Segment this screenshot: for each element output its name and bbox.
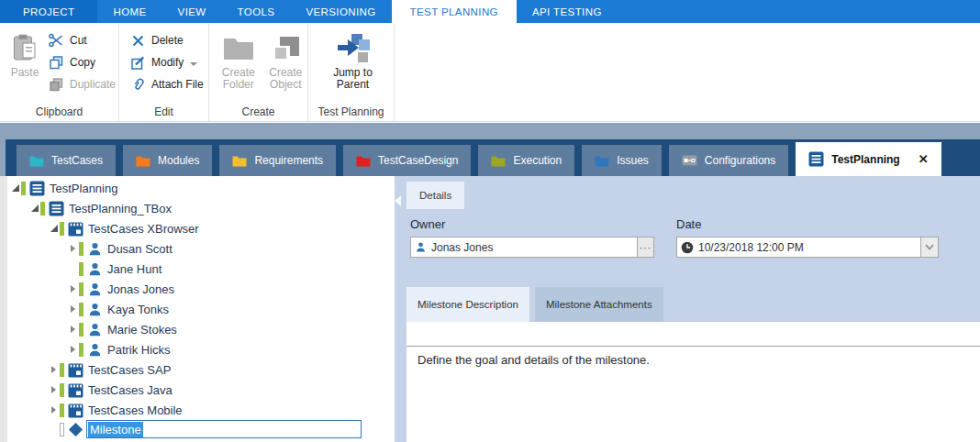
tab-label: TestPlanning — [831, 153, 899, 166]
tab-requirements[interactable]: Requirements — [219, 145, 336, 176]
tree-item-jane-hunt[interactable]: Jane Hunt — [7, 259, 395, 279]
tab-milestone-attachments[interactable]: Milestone Attachments — [535, 287, 663, 322]
tab-execution[interactable]: Execution — [478, 145, 574, 176]
person-icon — [415, 241, 427, 253]
attach-file-button[interactable]: Attach File — [128, 73, 208, 95]
modify-button[interactable]: Modify — [128, 51, 208, 73]
owner-label: Owner — [410, 217, 445, 231]
tab-configurations[interactable]: Configurations — [669, 145, 788, 176]
configurations-icon — [682, 155, 697, 166]
expand-arrow-icon[interactable] — [51, 406, 56, 414]
tree-item-testcases-mobile[interactable]: TestCases Mobile — [7, 400, 395, 420]
cut-button[interactable]: Cut — [46, 29, 118, 51]
menu-bar: PROJECT HOME VIEW TOOLS VERSIONING TEST … — [0, 0, 980, 23]
expand-arrow-icon[interactable] — [51, 366, 56, 373]
ribbon-group-label-create: Create — [209, 105, 307, 118]
tree-item-testplanning-tbox[interactable]: TestPlanning_TBox — [7, 198, 395, 218]
tree-item-jonas-jones[interactable]: Jonas Jones — [7, 279, 395, 299]
milestone-description-area[interactable]: Define the goal and details of the miles… — [406, 322, 980, 442]
menu-item-api-testing[interactable]: API TESTING — [517, 0, 618, 23]
window-band — [0, 123, 980, 139]
person-icon — [87, 322, 103, 337]
expand-arrow-icon[interactable] — [12, 184, 19, 192]
expand-arrow-icon[interactable] — [71, 245, 75, 252]
tree-item-label: Dusan Scott — [107, 242, 173, 256]
tree-item-testcases-java[interactable]: TestCases Java — [7, 380, 395, 400]
ribbon-group-label-clipboard: Clipboard — [0, 105, 118, 118]
menu-item-versioning[interactable]: VERSIONING — [290, 0, 391, 23]
date-dropdown-button[interactable] — [920, 238, 938, 257]
tree-item-kaya-tonks[interactable]: Kaya Tonks — [7, 299, 395, 319]
close-icon[interactable]: ✕ — [919, 152, 929, 166]
details-panel: Details Owner Date Jonas Jones ··· 10/23… — [406, 176, 980, 442]
ribbon: Paste Cut — [0, 23, 980, 122]
tab-testcasedesign[interactable]: TestCaseDesign — [343, 145, 471, 176]
expand-arrow-icon[interactable] — [71, 305, 75, 313]
modify-dropdown-caret-icon[interactable] — [190, 62, 197, 70]
owner-field[interactable]: Jonas Jones ··· — [410, 237, 654, 258]
menu-item-view[interactable]: VIEW — [162, 0, 222, 23]
document-tab-bar: TestCases Modules Requirements TestCaseD… — [0, 139, 980, 176]
calendar-icon — [68, 362, 84, 378]
tab-label: Issues — [617, 154, 649, 167]
modify-label: Modify — [151, 56, 184, 69]
tree-item-testplanning[interactable]: TestPlanning — [7, 178, 395, 198]
tab-label: Requirements — [254, 154, 323, 167]
tree-item-testcases-sap[interactable]: TestCases SAP — [7, 359, 395, 380]
status-bar — [60, 363, 64, 377]
tree-item-dusan-scott[interactable]: Dusan Scott — [7, 238, 395, 259]
tab-details[interactable]: Details — [406, 182, 464, 209]
expand-arrow-icon[interactable] — [51, 386, 56, 393]
menu-item-test-planning[interactable]: TEST PLANNING — [392, 0, 517, 23]
paste-label: Paste — [11, 67, 39, 79]
panel-divider[interactable] — [395, 176, 406, 442]
status-bar — [79, 262, 84, 276]
folder-icon — [595, 154, 609, 167]
expand-arrow-icon[interactable] — [50, 225, 58, 232]
milestone-diamond-icon — [68, 422, 84, 437]
tab-label: Execution — [513, 154, 562, 167]
tab-testplanning[interactable]: TestPlanning ✕ — [796, 142, 941, 176]
list-icon — [808, 151, 824, 167]
copy-button[interactable]: Copy — [46, 51, 118, 73]
collapse-panel-arrow-icon[interactable] — [395, 195, 401, 206]
tree-item-label: TestPlanning_TBox — [69, 202, 172, 215]
expand-arrow-icon[interactable] — [31, 204, 39, 212]
application-window: PROJECT HOME VIEW TOOLS VERSIONING TEST … — [0, 0, 980, 442]
tab-modules[interactable]: Modules — [123, 145, 212, 176]
tab-issues[interactable]: Issues — [582, 145, 662, 176]
expand-arrow-icon[interactable] — [71, 285, 75, 293]
tree-item-patrik-hicks[interactable]: Patrik Hicks — [7, 339, 395, 359]
status-bar — [60, 403, 64, 417]
menu-item-project[interactable]: PROJECT — [0, 0, 97, 23]
duplicate-icon — [49, 77, 64, 93]
selected-text: Milestone — [88, 422, 143, 437]
tree-item-label: TestPlanning — [50, 182, 117, 195]
status-bar — [79, 242, 84, 256]
tab-label: TestCaseDesign — [378, 154, 458, 167]
tree-item-label: TestCases XBrowser — [88, 222, 199, 236]
chevron-down-icon — [925, 244, 934, 250]
create-folder-label: Create Folder — [217, 67, 260, 91]
tree-item-label: TestCases Mobile — [88, 403, 183, 417]
owner-value: Jonas Jones — [431, 241, 493, 254]
list-icon — [29, 181, 45, 196]
tab-testcases[interactable]: TestCases — [17, 145, 116, 176]
tree-item-marie-stokes[interactable]: Marie Stokes — [7, 319, 395, 339]
expand-arrow-icon[interactable] — [71, 326, 75, 333]
menu-item-tools[interactable]: TOOLS — [222, 0, 291, 23]
tree-item-milestone-editing[interactable]: Milestone — [7, 419, 395, 439]
menu-item-home[interactable]: HOME — [97, 0, 161, 23]
tree-item-testcases-xbrowser[interactable]: TestCases XBrowser — [7, 218, 395, 238]
folder-icon — [491, 154, 506, 167]
date-field[interactable]: 10/23/2018 12:00 PM — [676, 237, 939, 258]
tree-item-edit-input[interactable]: Milestone — [86, 420, 362, 438]
paperclip-icon — [130, 77, 146, 93]
delete-button[interactable]: Delete — [128, 29, 208, 51]
status-bar — [79, 282, 84, 296]
duplicate-label: Duplicate — [70, 78, 116, 91]
ribbon-group-label-test-planning: Test Planning — [308, 105, 394, 118]
tab-milestone-description[interactable]: Milestone Description — [406, 287, 529, 322]
expand-arrow-icon[interactable] — [71, 346, 75, 353]
owner-browse-button[interactable]: ··· — [637, 238, 653, 257]
